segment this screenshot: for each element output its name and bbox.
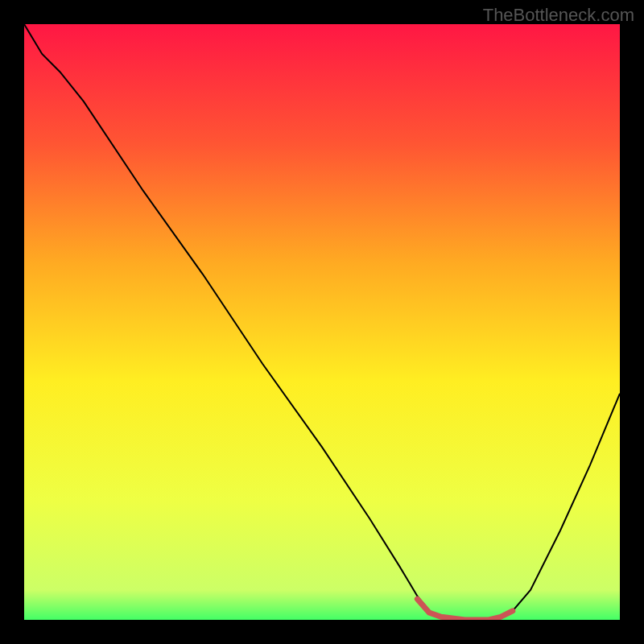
- chart-background: [24, 24, 620, 620]
- bottleneck-chart: [24, 24, 620, 620]
- chart-svg: [24, 24, 620, 620]
- watermark-text: TheBottleneck.com: [483, 5, 634, 26]
